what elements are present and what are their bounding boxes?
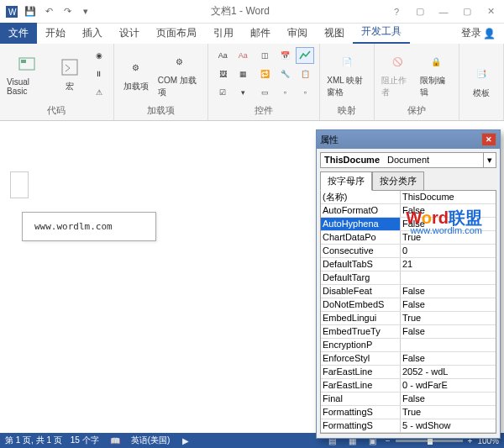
tab-references[interactable]: 引用 [205,23,242,44]
control-x1[interactable]: ▫ [276,84,294,101]
tab-design[interactable]: 设计 [111,23,148,44]
visual-basic-button[interactable]: Visual Basic [5,50,50,98]
property-row[interactable]: FormattingSTrue [321,406,496,419]
tab-insert[interactable]: 插入 [74,23,111,44]
property-row[interactable]: FinalFalse [321,393,496,406]
ribbon-tabs: 文件 开始 插入 设计 页面布局 引用 邮件 审阅 视图 开发工具 登录👤 [0,24,504,44]
undo-icon[interactable]: ↶ [40,3,57,20]
addin-icon: ⚙ [124,55,148,79]
spell-check-icon[interactable]: 📖 [108,435,123,446]
rich-text-control[interactable]: Aa [213,47,232,64]
quick-access-toolbar: W 💾 ↶ ↷ ▾ [3,3,94,20]
tab-view[interactable]: 视图 [316,23,353,44]
pause-macro-icon[interactable]: ⏸ [90,66,108,82]
property-row[interactable]: (名称)ThisDocume [321,191,496,204]
property-row[interactable]: EnforceStylFalse [321,352,496,366]
property-row[interactable]: AutoFormatOFalse [321,204,496,218]
record-macro-icon[interactable]: ◉ [90,47,108,64]
macros-button[interactable]: 宏 [53,54,87,94]
xml-icon: 📄 [335,50,359,73]
group-controls: AaAa 🖼▦ ☑▾ ◫📅 🔁🔧📋 ▭▫▫ 控件 [208,44,320,120]
chevron-down-icon[interactable]: ▾ [483,153,496,167]
svg-rect-4 [62,60,77,75]
properties-list[interactable]: (名称)ThisDocumeAutoFormatOFalseAutoHyphen… [320,190,496,434]
group-mapping: 📄XML 映射窗格 映射 [320,44,375,120]
addins-button[interactable]: ⚙加载项 [119,54,153,94]
properties-titlebar[interactable]: 属性 ✕ [317,130,500,149]
plain-text-control[interactable]: Aa [234,47,252,64]
template-icon: 📑 [470,62,493,86]
tab-review[interactable]: 审阅 [279,23,316,44]
tab-categorized[interactable]: 按分类序 [372,171,424,191]
xml-mapping-button[interactable]: 📄XML 映射窗格 [325,48,369,100]
control-x2[interactable]: ▫ [296,84,314,101]
object-selector[interactable]: ThisDocume Document ▾ [320,152,496,168]
date-control[interactable]: 📅 [276,47,294,64]
word-count[interactable]: 15 个字 [71,435,99,446]
property-row[interactable]: FarEastLine2052 - wdL [321,366,496,379]
templates-button[interactable]: 📑模板 [465,61,498,101]
window-controls: ? ▢ — ▢ ✕ [386,3,501,20]
close-icon[interactable]: ✕ [480,3,501,20]
com-addin-icon: ⚙ [168,50,192,73]
repeating-control[interactable]: 🔁 [255,66,274,82]
svg-rect-3 [21,60,26,63]
ribbon-options-icon[interactable]: ▢ [410,3,430,20]
page-info[interactable]: 第 1 页, 共 1 页 [5,435,62,446]
tab-mailings[interactable]: 邮件 [242,23,279,44]
tab-layout[interactable]: 页面布局 [148,23,205,44]
zoom-slider[interactable] [396,440,463,442]
property-row[interactable]: AutoHyphenaFalse [321,218,496,231]
property-row[interactable]: FormattingS5 - wdShow [321,419,496,433]
property-row[interactable]: FormattingSTrue [321,433,496,434]
properties-window: 属性 ✕ ThisDocume Document ▾ 按字母序 按分类序 (名称… [316,129,501,439]
group-protect: 🚫阻止作者 🔒限制编辑 保护 [375,44,459,120]
property-row[interactable]: Consecutive0 [321,245,496,258]
property-row[interactable]: DisableFeatFalse [321,285,496,298]
ribbon: Visual Basic 宏 ◉ ⏸ ⚠ 代码 ⚙加载项 ⚙COM 加载项 加载… [0,44,504,121]
login-link[interactable]: 登录👤 [453,23,504,44]
property-row[interactable]: DoNotEmbedSFalse [321,298,496,312]
group-control[interactable]: ▭ [255,84,274,101]
block-icon: 🚫 [386,50,409,73]
property-row[interactable]: DefaultTabS21 [321,258,496,271]
properties-tabs: 按字母序 按分类序 [320,171,496,191]
building-block-control[interactable]: ▦ [234,66,252,82]
tab-alphabetic[interactable]: 按字母序 [320,171,372,191]
property-row[interactable]: EmbedTrueTyFalse [321,325,496,339]
macro-icon [58,55,81,79]
design-mode-button[interactable] [296,47,314,64]
picture-control[interactable]: 🖼 [213,66,232,82]
macro-record-icon[interactable]: ▶ [178,435,193,446]
svg-text:W: W [8,8,17,17]
properties-button[interactable]: 📋 [296,66,314,82]
checkbox-control[interactable]: ☑ [213,84,232,101]
combo-control[interactable]: ▾ [234,84,252,101]
dropdown-control[interactable]: ◫ [255,47,274,64]
property-row[interactable]: DefaultTarg [321,271,496,285]
word-icon: W [3,3,20,20]
restrict-editing-button[interactable]: 🔒限制编辑 [418,48,454,100]
save-icon[interactable]: 💾 [22,3,39,20]
tab-file[interactable]: 文件 [0,23,37,44]
maximize-icon[interactable]: ▢ [457,3,477,20]
legacy-tools[interactable]: 🔧 [276,66,294,82]
qat-customize-icon[interactable]: ▾ [77,3,94,20]
property-row[interactable]: EmbedLinguiTrue [321,312,496,325]
group-code: Visual Basic 宏 ◉ ⏸ ⚠ 代码 [0,44,114,120]
block-authors-button[interactable]: 🚫阻止作者 [380,48,415,100]
minimize-icon[interactable]: — [433,3,454,20]
macro-security-icon[interactable]: ⚠ [90,84,108,101]
vb-icon [15,52,39,76]
tab-developer[interactable]: 开发工具 [353,21,410,44]
property-row[interactable]: EncryptionP [321,339,496,352]
tab-home[interactable]: 开始 [37,23,74,44]
property-row[interactable]: ChartDataPoTrue [321,231,496,245]
help-icon[interactable]: ? [386,3,407,20]
document-text-box[interactable]: www.wordlm.com [22,212,156,241]
redo-icon[interactable]: ↷ [59,3,76,20]
property-row[interactable]: FarEastLine0 - wdFarE [321,379,496,393]
properties-close-button[interactable]: ✕ [481,133,496,146]
com-addins-button[interactable]: ⚙COM 加载项 [156,48,203,100]
language-info[interactable]: 英语(美国) [131,435,171,446]
